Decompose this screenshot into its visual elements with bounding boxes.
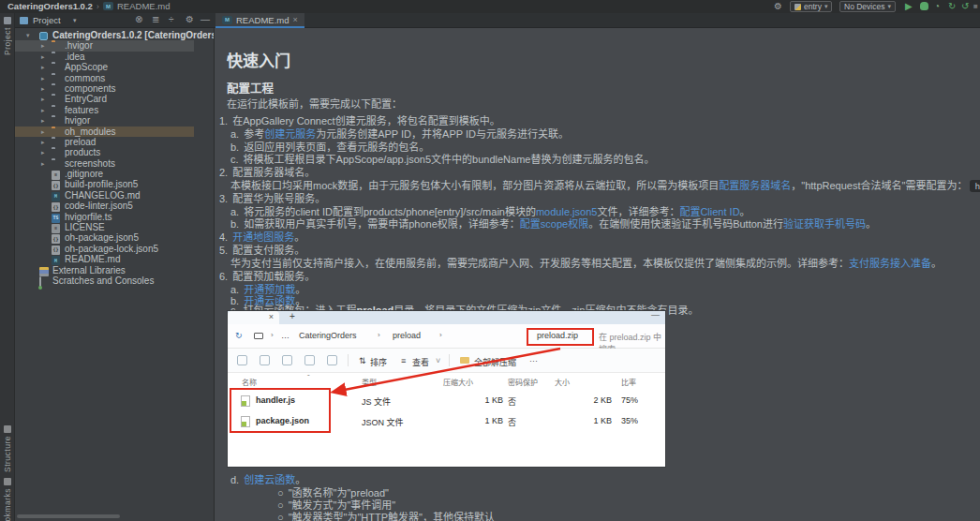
tree-item-products[interactable]: ▸ products — [15, 147, 214, 157]
hot-reload-button[interactable]: ↺ — [961, 0, 969, 12]
chevron-down-icon[interactable]: ▾ — [73, 17, 77, 24]
doc-title: 快速入门 — [227, 48, 290, 71]
col-name[interactable]: 名称 — [242, 377, 257, 387]
project-tool-icon — [20, 17, 28, 24]
chevron-down-icon: ▾ — [26, 30, 30, 40]
refresh-icon[interactable]: ↻ — [235, 331, 243, 340]
stripe-label: Structure — [3, 436, 12, 472]
share-icon[interactable] — [304, 355, 315, 365]
tree-item-label: LICENSE — [65, 222, 105, 232]
new-item-icon[interactable] — [237, 355, 247, 365]
link-payment-service-prep[interactable]: 支付服务接入准备 — [849, 258, 931, 269]
panel-options-button[interactable]: ⚙ — [186, 14, 194, 24]
tree-item-changelog[interactable]: M CHANGELOG.md — [15, 190, 214, 201]
stripe-tab-project[interactable]: Project — [0, 17, 15, 55]
crumb-catering-orders[interactable]: CateringOrders — [299, 331, 357, 340]
tree-item-oh-package[interactable]: {} oh-package.json5 — [15, 232, 214, 243]
hide-panel-button[interactable]: — — [200, 14, 210, 24]
markdown-preview: 快速入门 配置工程 在运行此模板前，需要完成以下配置： 1.在AppGaller… — [215, 28, 980, 521]
tree-item-readme[interactable]: M README.md — [15, 254, 214, 264]
tree-item-commons[interactable]: ▸ commons — [15, 73, 214, 83]
tree-item-label: oh-package.json5 — [65, 232, 139, 243]
tree-item-label: oh_modules — [65, 127, 115, 137]
tree-item-gitignore[interactable]: ≡ .gitignore — [15, 169, 214, 179]
tree-item-code-linter[interactable]: {} code-linter.json5 — [15, 201, 214, 211]
tree-item-screenshots[interactable]: ▸ screenshots — [15, 158, 214, 169]
col-ratio[interactable]: 比率 — [621, 377, 636, 387]
stripe-tab-bookmarks[interactable]: Bookmarks — [0, 478, 15, 521]
chevron-right-icon: ▸ — [41, 52, 45, 62]
step-text: 。 — [866, 218, 876, 230]
stop-button[interactable]: ■ — [973, 0, 978, 12]
close-icon[interactable]: × — [269, 312, 274, 321]
link-configure-server-domain[interactable]: 配置服务器域名 — [719, 180, 791, 191]
new-tab-icon[interactable]: + — [290, 311, 295, 321]
tree-item-external-libraries[interactable]: External Libraries — [15, 265, 214, 275]
step-text: ，"httpRequest合法域名"需要配置为： — [791, 180, 967, 191]
tree-item-build-profile[interactable]: {} build-profile.json5 — [15, 179, 214, 189]
run-config-selector[interactable]: entry ▾ — [790, 1, 832, 12]
tree-item-license[interactable]: ≡ LICENSE — [15, 222, 214, 232]
tree-item-idea[interactable]: ▸ .idea — [15, 52, 214, 62]
settings-gear-icon[interactable]: ⚙ — [774, 0, 782, 12]
tree-root[interactable]: ▾ CateringOrders1.0.2 [CateringOrders102… — [15, 30, 214, 40]
explorer-tab[interactable]: × — [228, 311, 279, 324]
run-button[interactable]: ▶ — [905, 0, 913, 12]
project-title: CateringOrders1.0.2 — [7, 1, 93, 11]
debug-button[interactable] — [920, 2, 928, 10]
chevron-down-icon: ▾ — [824, 3, 828, 10]
tree-item-entrycard[interactable]: ▸ EntryCard — [15, 94, 214, 104]
window-breadcrumb: CateringOrders1.0.2 › M README.md — [7, 1, 170, 11]
tree-item-label: features — [65, 105, 98, 115]
bullet-icon: ○ — [277, 512, 284, 521]
explorer-address-bar: ↻ › … CateringOrders › preload › preload… — [228, 324, 665, 349]
root-label: CateringOrders1.0.2 [CateringOrders102] — [52, 30, 235, 40]
profiler-button[interactable]: ◔ — [934, 0, 940, 12]
locate-file-button[interactable]: ⊗ — [135, 14, 142, 24]
chevron-right-icon: ▸ — [41, 94, 45, 104]
collapse-all-button[interactable]: ÷ — [169, 14, 174, 24]
doc-section-title: 配置工程 — [227, 79, 274, 97]
tree-item-appscope[interactable]: ▸ AppScope — [15, 62, 214, 72]
tree-item-hvigor-hidden[interactable]: ▸ .hvigor — [15, 40, 194, 51]
tree-item-hvigor[interactable]: ▸ hvigor — [15, 115, 214, 126]
horizontal-scrollbar[interactable] — [17, 514, 120, 518]
minimize-icon[interactable]: — — [651, 310, 660, 320]
crumb-separator: › — [271, 331, 274, 339]
doc-step-2-detail: 本模板接口均采用mock数据，由于元服务包体大小有限制，部分图片资源将从云端拉取… — [230, 177, 980, 192]
tree-item-label: commons — [65, 73, 105, 83]
restart-button[interactable]: ↻ — [948, 0, 956, 12]
expand-all-button[interactable]: ≣ — [152, 14, 159, 24]
cut-icon[interactable] — [260, 355, 270, 365]
tree-item-components[interactable]: ▸ components — [15, 83, 214, 94]
link-configure-scope[interactable]: 配置scope权限 — [520, 218, 588, 230]
markdown-file-icon: M — [103, 2, 113, 10]
close-tab-icon[interactable]: × — [292, 15, 297, 24]
tree-item-preload[interactable]: ▸ preload — [15, 137, 214, 147]
tree-item-label: hvigor — [65, 115, 90, 126]
crumb-ellipsis[interactable]: … — [281, 331, 290, 340]
tree-item-label: EntryCard — [65, 94, 107, 104]
chevron-right-icon: ▸ — [41, 105, 45, 115]
file-ratio: 35% — [621, 416, 638, 425]
tree-item-label: README.md — [65, 254, 120, 264]
crumb-preload[interactable]: preload — [393, 331, 421, 340]
tree-item-label: build-profile.json5 — [65, 179, 138, 189]
tree-item-oh-modules[interactable]: ▸ oh_modules — [15, 127, 194, 137]
bullet-text: "触发器类型"为"HTTP触发器"，其他保持默认 — [289, 512, 495, 521]
tree-item-hvigorfile[interactable]: TS hvigorfile.ts — [15, 212, 214, 222]
list-letter: d. — [230, 474, 239, 485]
list-number: 1. — [219, 115, 228, 127]
device-label: No Devices — [844, 2, 884, 11]
tree-item-scratches[interactable]: Scratches and Consoles — [15, 275, 214, 286]
chevron-right-icon: ▸ — [41, 127, 45, 137]
tree-item-oh-package-lock[interactable]: {} oh-package-lock.json5 — [15, 244, 214, 254]
link-verify-phone-number[interactable]: 验证获取手机号码 — [783, 218, 866, 230]
device-selector[interactable]: No Devices ▾ — [839, 1, 896, 12]
tree-item-features[interactable]: ▸ features — [15, 105, 214, 115]
tab-readme[interactable]: M README.md × — [215, 13, 304, 28]
stripe-tab-structure[interactable]: Structure — [0, 425, 15, 472]
copy-icon[interactable] — [282, 355, 292, 365]
this-pc-icon — [254, 333, 263, 339]
tree-item-label: .gitignore — [65, 169, 103, 179]
